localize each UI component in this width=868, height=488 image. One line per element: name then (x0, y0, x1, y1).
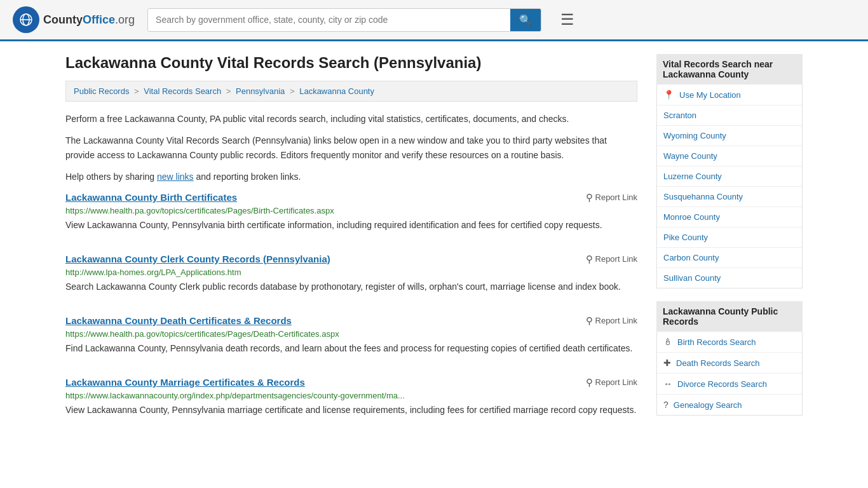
sidebar-nearby-link-3[interactable]: Wayne County (657, 146, 802, 166)
location-icon: 📍 (663, 90, 674, 100)
sidebar-records-link-1[interactable]: ✚Death Records Search (657, 353, 802, 373)
search-bar: 🔍 (147, 8, 541, 32)
sidebar-records-item: 🕯Birth Records Search (657, 332, 802, 353)
logo-text: CountyOffice.org (43, 13, 135, 27)
result-card: Lackawanna County Marriage Certificates … (65, 377, 637, 423)
result-desc-1: Search Lackawanna County Clerk public re… (65, 280, 637, 294)
sidebar-nearby-item: Luzerne County (657, 166, 802, 187)
sidebar-nearby-item: Wayne County (657, 146, 802, 166)
result-card: Lackawanna County Death Certificates & R… (65, 315, 637, 362)
breadcrumb-vital-records-search[interactable]: Vital Records Search (144, 86, 221, 96)
report-icon: ⚲ (586, 254, 593, 265)
description-para2: The Lackawanna County Vital Records Sear… (65, 133, 637, 162)
sidebar-nearby-section: Vital Records Search near Lackawanna Cou… (656, 54, 803, 288)
result-url-1[interactable]: http://www.lpa-homes.org/LPA_Application… (65, 268, 637, 277)
sidebar-nearby-link-2[interactable]: Wyoming County (657, 126, 802, 146)
report-icon: ⚲ (586, 315, 593, 327)
search-button[interactable]: 🔍 (510, 9, 541, 31)
sidebar-nearby-link-4[interactable]: Luzerne County (657, 166, 802, 186)
result-desc-2: Find Lackawanna County, Pennsylvania dea… (65, 342, 637, 355)
content-wrapper: Lackawanna County Vital Records Search (… (53, 41, 815, 451)
report-icon: ⚲ (586, 192, 593, 203)
sidebar-nearby-item: Scranton (657, 105, 802, 126)
sidebar-records-link-3[interactable]: ?Genealogy Search (657, 395, 802, 415)
result-title-1[interactable]: Lackawanna County Clerk County Records (… (65, 254, 330, 264)
sidebar-nearby-item: Carbon County (657, 248, 802, 268)
new-links-link[interactable]: new links (157, 172, 194, 182)
breadcrumb-pennsylvania[interactable]: Pennsylvania (236, 86, 285, 96)
result-header: Lackawanna County Death Certificates & R… (65, 315, 637, 327)
sidebar-nearby-item: Susquehanna County (657, 187, 802, 207)
header: CountyOffice.org 🔍 ☰ (0, 0, 868, 41)
sidebar-records-item: ↔Divorce Records Search (657, 374, 802, 395)
sidebar-nearby-item: Wyoming County (657, 126, 802, 146)
sidebar-records-item: ✚Death Records Search (657, 353, 802, 374)
description-para3: Help others by sharing new links and rep… (65, 170, 637, 184)
logo-icon (13, 6, 39, 33)
result-header: Lackawanna County Birth Certificates ⚲ R… (65, 192, 637, 203)
result-title-0[interactable]: Lackawanna County Birth Certificates (65, 192, 237, 203)
result-desc-0: View Lackawanna County, Pennsylvania bir… (65, 219, 637, 232)
sidebar-public-records-section: Lackawanna County Public Records 🕯Birth … (656, 301, 803, 416)
result-url-0[interactable]: https://www.health.pa.gov/topics/certifi… (65, 206, 637, 215)
report-link-2[interactable]: ⚲ Report Link (586, 315, 637, 327)
report-link-0[interactable]: ⚲ Report Link (586, 192, 637, 203)
sidebar-nearby-item: Monroe County (657, 207, 802, 227)
records-icon-2: ↔ (663, 379, 672, 389)
breadcrumb-public-records[interactable]: Public Records (74, 86, 129, 96)
sidebar-records-link-2[interactable]: ↔Divorce Records Search (657, 374, 802, 394)
sidebar-records-link-0[interactable]: 🕯Birth Records Search (657, 332, 802, 352)
result-header: Lackawanna County Clerk County Records (… (65, 254, 637, 265)
sidebar-public-records-title: Lackawanna County Public Records (656, 301, 803, 332)
sidebar-nearby-link-1[interactable]: Scranton (657, 105, 802, 125)
sidebar-nearby-link-5[interactable]: Susquehanna County (657, 187, 802, 207)
result-desc-3: View Lackawanna County, Pennsylvania mar… (65, 403, 637, 417)
sidebar-nearby-link-8[interactable]: Carbon County (657, 248, 802, 268)
sidebar-nearby-link-6[interactable]: Monroe County (657, 207, 802, 227)
sidebar-nearby-link-9[interactable]: Sullivan County (657, 268, 802, 288)
description-para1: Perform a free Lackawanna County, PA pub… (65, 112, 637, 126)
sidebar-nearby-link-0[interactable]: 📍Use My Location (657, 85, 802, 105)
hamburger-menu-icon[interactable]: ☰ (560, 11, 574, 29)
breadcrumb-lackawanna-county[interactable]: Lackawanna County (299, 86, 374, 96)
sidebar-public-records-list: 🕯Birth Records Search✚Death Records Sear… (656, 332, 803, 416)
sidebar-nearby-item: Pike County (657, 227, 802, 248)
report-link-1[interactable]: ⚲ Report Link (586, 254, 637, 265)
result-header: Lackawanna County Marriage Certificates … (65, 377, 637, 388)
report-link-3[interactable]: ⚲ Report Link (586, 377, 637, 388)
results-list: Lackawanna County Birth Certificates ⚲ R… (65, 192, 637, 423)
search-input[interactable] (148, 9, 510, 31)
result-card: Lackawanna County Clerk County Records (… (65, 254, 637, 300)
page-title: Lackawanna County Vital Records Search (… (65, 54, 637, 72)
sidebar-nearby-item: Sullivan County (657, 268, 802, 288)
result-title-3[interactable]: Lackawanna County Marriage Certificates … (65, 377, 305, 388)
result-url-2[interactable]: https://www.health.pa.gov/topics/certifi… (65, 329, 637, 339)
breadcrumb: Public Records > Vital Records Search > … (65, 81, 637, 102)
sidebar-nearby-item: 📍Use My Location (657, 85, 802, 105)
main-content: Lackawanna County Vital Records Search (… (65, 54, 637, 438)
result-card: Lackawanna County Birth Certificates ⚲ R… (65, 192, 637, 238)
report-icon: ⚲ (586, 377, 593, 388)
sidebar-records-item: ?Genealogy Search (657, 395, 802, 415)
records-icon-3: ? (663, 400, 668, 410)
records-icon-1: ✚ (663, 358, 671, 368)
records-icon-0: 🕯 (663, 337, 672, 347)
logo[interactable]: CountyOffice.org (13, 6, 135, 33)
sidebar-nearby-list: 📍Use My LocationScrantonWyoming CountyWa… (656, 85, 803, 288)
result-title-2[interactable]: Lackawanna County Death Certificates & R… (65, 315, 292, 326)
sidebar: Vital Records Search near Lackawanna Cou… (656, 54, 803, 438)
sidebar-nearby-title: Vital Records Search near Lackawanna Cou… (656, 54, 803, 85)
result-url-3[interactable]: https://www.lackawannacounty.org/index.p… (65, 391, 637, 400)
sidebar-nearby-link-7[interactable]: Pike County (657, 227, 802, 247)
